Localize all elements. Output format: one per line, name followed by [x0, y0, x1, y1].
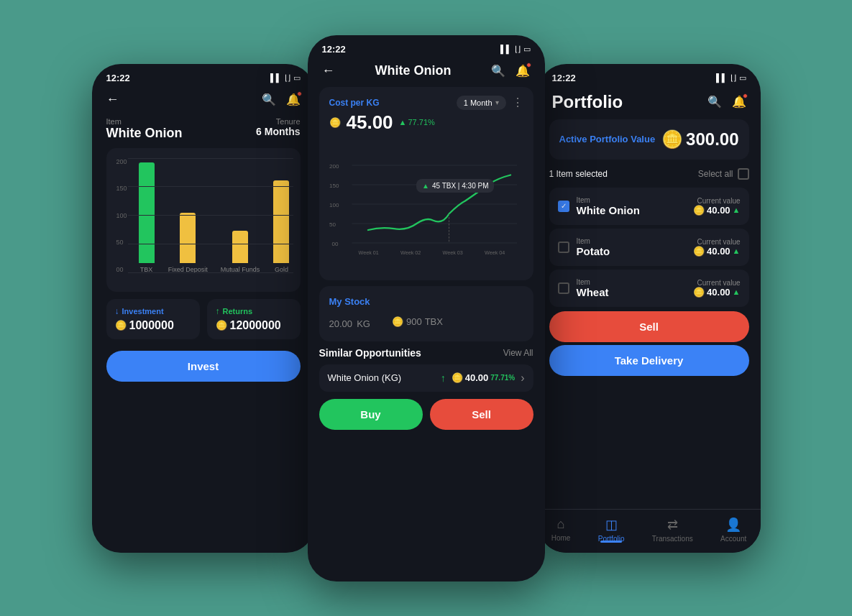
- bar-chart-container: 200 150 100 50 00 TBX: [106, 148, 301, 292]
- svg-text:Week 02: Week 02: [400, 249, 421, 256]
- bell-dot-left: [297, 91, 302, 96]
- phone-left: 12:22 ▌▌ ⌊⌋ ▭ ← 🔍 🔔 Item White Onion: [92, 64, 315, 553]
- back-button-left[interactable]: ←: [106, 92, 119, 107]
- bell-icon-right[interactable]: 🔔: [732, 95, 746, 109]
- portfolio-item-potato[interactable]: Item Potato Current value 🪙 40.00 ▲: [549, 229, 749, 266]
- line-chart-svg: 200 150 100 50 00 Week 01 Week 02 Week 0…: [329, 139, 523, 269]
- white-onion-item-label: Item: [577, 196, 687, 204]
- nav-account[interactable]: 👤 Account: [720, 517, 746, 543]
- signal-icon: ▌▌: [270, 73, 282, 82]
- selected-count: 1 Item selected: [549, 169, 608, 179]
- cost-label: Cost per KG: [329, 98, 380, 108]
- bar-tbx-rect: [139, 162, 155, 263]
- coin-icon-portfolio: 🪙: [661, 129, 683, 150]
- bell-dot-right: [743, 93, 748, 98]
- nav-portfolio[interactable]: ◫ Portfolio: [598, 517, 625, 543]
- stock-label: My Stock: [329, 296, 523, 307]
- tenure-label: Tenure: [256, 117, 300, 126]
- period-selector[interactable]: 1 Month ▾: [457, 96, 506, 110]
- search-icon-right[interactable]: 🔍: [707, 95, 722, 109]
- investment-card: ↓ Investment 🪙 1000000: [106, 299, 200, 339]
- bar-tbx: TBX: [138, 162, 155, 273]
- bottom-nav: ⌂ Home ◫ Portfolio ⇄ Transactions 👤 Acco…: [538, 509, 761, 553]
- left-content: Item White Onion Tenure 6 Months 200 150…: [92, 110, 315, 389]
- account-icon: 👤: [725, 517, 741, 533]
- bell-dot-center: [526, 63, 531, 68]
- white-onion-amount: 🪙 40.00 ▲: [693, 205, 740, 216]
- investment-title-row: ↓ Investment: [115, 306, 191, 316]
- tooltip-arrow-icon: ▲: [422, 182, 429, 190]
- nav-transactions[interactable]: ⇄ Transactions: [652, 517, 693, 543]
- opportunity-row[interactable]: White Onion (KG) ↑ 🪙 40.00 77.71% ›: [319, 364, 533, 392]
- bell-icon-center[interactable]: 🔔: [516, 64, 530, 78]
- select-all-checkbox[interactable]: [738, 168, 749, 180]
- status-time-center: 12:22: [322, 44, 346, 55]
- y-axis-left: 200 150 100 50 00: [116, 158, 127, 273]
- checkbox-wheat[interactable]: [558, 282, 569, 294]
- wheat-value-label: Current value: [693, 279, 740, 287]
- up-icon-w: ▲: [733, 288, 741, 296]
- stock-values: 20.00 KG 🪙 900 TBX: [329, 313, 523, 331]
- period-text: 1 Month: [464, 98, 493, 107]
- account-label: Account: [720, 535, 746, 543]
- status-icons-center: ▌▌ ⌊⌋ ▭: [500, 45, 531, 54]
- nav-home[interactable]: ⌂ Home: [551, 517, 571, 542]
- up-icon-p: ▲: [733, 247, 741, 255]
- svg-text:Week 04: Week 04: [485, 249, 505, 256]
- phone-right: 12:22 ▌▌ ⌊⌋ ▭ Portfolio 🔍 🔔 Active Portf…: [538, 64, 761, 553]
- portfolio-item-wheat[interactable]: Item Wheat Current value 🪙 40.00 ▲: [549, 270, 749, 307]
- nav-active-indicator: [600, 541, 622, 543]
- svg-text:00: 00: [331, 240, 338, 247]
- cost-header: Cost per KG 1 Month ▾ ⋮: [329, 96, 523, 110]
- checkbox-white-onion[interactable]: ✓: [558, 201, 569, 212]
- svg-text:200: 200: [329, 162, 339, 169]
- buy-button[interactable]: Buy: [319, 399, 423, 430]
- more-options-icon[interactable]: ⋮: [512, 96, 523, 109]
- delivery-button[interactable]: Take Delivery: [549, 345, 749, 376]
- sell-button-right[interactable]: Sell: [549, 311, 749, 342]
- potato-amount: 🪙 40.00 ▲: [693, 246, 740, 257]
- phones-container: 12:22 ▌▌ ⌊⌋ ▭ ← 🔍 🔔 Item White Onion: [92, 35, 761, 581]
- wheat-info: Item Wheat: [577, 278, 687, 298]
- view-all-link[interactable]: View All: [503, 348, 533, 358]
- bar-fd: Fixed Deposit: [168, 213, 208, 273]
- svg-text:100: 100: [329, 201, 339, 208]
- home-label: Home: [551, 534, 571, 542]
- search-icon-center[interactable]: 🔍: [491, 64, 505, 78]
- opp-price: 🪙 40.00 77.71%: [452, 372, 515, 383]
- stats-row: ↓ Investment 🪙 1000000 ↑ Returns 🪙: [106, 299, 301, 339]
- invest-button[interactable]: Invest: [106, 351, 301, 382]
- bar-fd-rect: [180, 213, 196, 263]
- wheat-amount: 🪙 40.00 ▲: [693, 287, 740, 298]
- investment-label: Investment: [122, 307, 164, 316]
- checkbox-potato[interactable]: [558, 242, 569, 253]
- status-bar-center: 12:22 ▌▌ ⌊⌋ ▭: [308, 35, 545, 58]
- back-button-center[interactable]: ←: [322, 63, 335, 78]
- potato-name: Potato: [577, 245, 687, 257]
- similar-title: Similar Opportunities: [319, 347, 421, 359]
- cost-card: Cost per KG 1 Month ▾ ⋮ 🪙 45.00 ▲ 77.71%: [319, 87, 533, 280]
- wheat-item-label: Item: [577, 278, 687, 286]
- search-icon-left[interactable]: 🔍: [262, 93, 276, 106]
- bell-icon-left[interactable]: 🔔: [286, 93, 301, 106]
- white-onion-name: White Onion: [577, 204, 687, 216]
- svg-text:Week 03: Week 03: [442, 249, 462, 256]
- potato-value: Current value 🪙 40.00 ▲: [693, 238, 740, 257]
- white-onion-info: Item White Onion: [577, 196, 687, 216]
- change-positive: ▲ 77.71%: [399, 118, 435, 127]
- sell-button-center[interactable]: Sell: [430, 399, 533, 430]
- portfolio-value-label: Active Portfolio Value: [559, 134, 656, 144]
- down-arrow-icon: ↓: [115, 306, 119, 316]
- nav-title-center: White Onion: [375, 63, 452, 78]
- stock-tbx-value: 🪙 900 TBX: [392, 316, 443, 327]
- wifi-icon-r: ⌊⌋: [730, 73, 736, 83]
- wheat-value: Current value 🪙 40.00 ▲: [693, 279, 740, 298]
- coin-icon-cost: 🪙: [329, 117, 341, 128]
- portfolio-value-amount: 🪙 300.00: [661, 129, 738, 150]
- buy-sell-row: Buy Sell: [319, 399, 533, 430]
- portfolio-item-white-onion[interactable]: ✓ Item White Onion Current value 🪙 40.00…: [549, 188, 749, 225]
- svg-text:150: 150: [329, 182, 339, 188]
- status-time-right: 12:22: [552, 73, 576, 83]
- bar-chart: TBX Fixed Deposit Mutual Funds Gold: [116, 158, 290, 273]
- opp-up-icon: ↑: [441, 372, 446, 384]
